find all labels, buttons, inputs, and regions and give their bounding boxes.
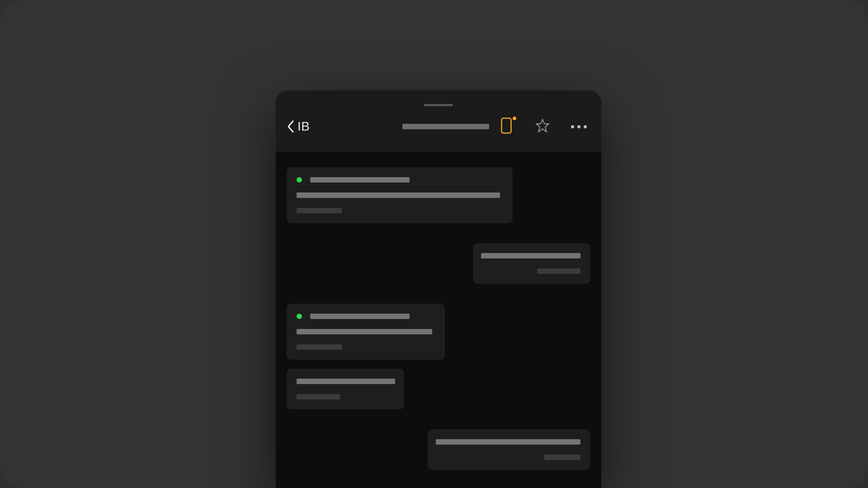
device-button[interactable] bbox=[498, 118, 514, 135]
message-bubble[interactable] bbox=[473, 243, 590, 284]
presence-dot-icon bbox=[297, 177, 302, 183]
back-label: IB bbox=[297, 119, 310, 134]
app-stage: IB bbox=[0, 0, 868, 488]
message-text-placeholder bbox=[310, 314, 410, 319]
message-meta-placeholder bbox=[537, 268, 580, 274]
message-meta-placeholder bbox=[297, 208, 342, 213]
message-meta-placeholder bbox=[297, 394, 340, 399]
message-meta-placeholder bbox=[297, 344, 342, 350]
notification-badge bbox=[513, 117, 516, 120]
presence-dot-icon bbox=[297, 314, 302, 319]
more-horizontal-icon bbox=[571, 125, 587, 128]
smartphone-icon bbox=[501, 117, 512, 136]
chevron-left-icon bbox=[287, 120, 295, 133]
message-text-placeholder bbox=[297, 329, 432, 334]
chat-panel: IB bbox=[276, 90, 601, 488]
message-text-placeholder bbox=[297, 192, 500, 198]
more-button[interactable] bbox=[571, 118, 587, 135]
star-icon bbox=[535, 118, 550, 135]
message-bubble[interactable] bbox=[287, 369, 404, 409]
message-text-placeholder bbox=[297, 379, 395, 384]
favorite-button[interactable] bbox=[534, 118, 551, 135]
drag-handle[interactable] bbox=[424, 104, 453, 106]
header-actions bbox=[498, 118, 587, 135]
message-text-placeholder bbox=[481, 253, 580, 258]
message-text-placeholder bbox=[436, 439, 580, 445]
message-bubble[interactable] bbox=[428, 429, 590, 470]
back-button[interactable]: IB bbox=[287, 119, 310, 134]
message-bubble[interactable] bbox=[287, 304, 445, 360]
message-list[interactable] bbox=[276, 152, 601, 485]
message-text-placeholder bbox=[310, 177, 410, 183]
chat-title-placeholder bbox=[402, 124, 489, 129]
message-bubble[interactable] bbox=[287, 167, 513, 223]
svg-rect-0 bbox=[502, 118, 511, 133]
message-meta-placeholder bbox=[544, 455, 580, 460]
chat-header: IB bbox=[276, 90, 601, 152]
